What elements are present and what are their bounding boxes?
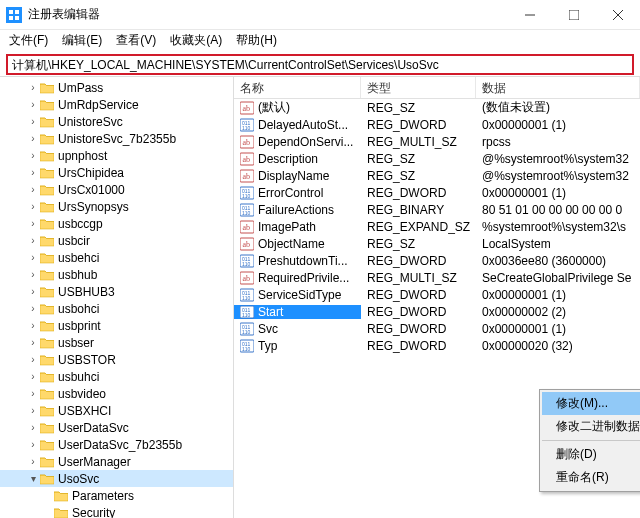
value-row[interactable]: 011110ServiceSidTypeREG_DWORD0x00000001 …	[234, 286, 640, 303]
folder-icon	[54, 490, 68, 502]
tree-item-USBSTOR[interactable]: ›USBSTOR	[0, 351, 233, 368]
tree-item-UrsCx01000[interactable]: ›UrsCx01000	[0, 181, 233, 198]
tree-item-usbehci[interactable]: ›usbehci	[0, 249, 233, 266]
tree-item-usbcir[interactable]: ›usbcir	[0, 232, 233, 249]
maximize-button[interactable]	[552, 0, 596, 30]
tree-item-UnistoreSvc[interactable]: ›UnistoreSvc	[0, 113, 233, 130]
menu-file[interactable]: 文件(F)	[2, 30, 55, 51]
expander-closed-icon[interactable]: ›	[28, 371, 38, 382]
tree-item-usbhub[interactable]: ›usbhub	[0, 266, 233, 283]
expander-closed-icon[interactable]: ›	[28, 388, 38, 399]
expander-open-icon[interactable]: ▾	[28, 473, 38, 484]
ctx-rename[interactable]: 重命名(R)	[542, 466, 640, 489]
expander-closed-icon[interactable]: ›	[28, 405, 38, 416]
tree-item-usbuhci[interactable]: ›usbuhci	[0, 368, 233, 385]
tree-item-UserManager[interactable]: ›UserManager	[0, 453, 233, 470]
menu-help[interactable]: 帮助(H)	[229, 30, 284, 51]
tree-item-UnistoreSvc_7b2355b[interactable]: ›UnistoreSvc_7b2355b	[0, 130, 233, 147]
tree-pane[interactable]: ›UmPass›UmRdpService›UnistoreSvc›Unistor…	[0, 77, 234, 518]
folder-icon	[40, 405, 54, 417]
minimize-button[interactable]	[508, 0, 552, 30]
value-data: LocalSystem	[476, 237, 640, 251]
tree-item-UmRdpService[interactable]: ›UmRdpService	[0, 96, 233, 113]
expander-closed-icon[interactable]: ›	[28, 252, 38, 263]
value-row[interactable]: abDependOnServi...REG_MULTI_SZrpcss	[234, 133, 640, 150]
menu-edit[interactable]: 编辑(E)	[55, 30, 109, 51]
expander-closed-icon[interactable]: ›	[28, 303, 38, 314]
tree-item-UserDataSvc_7b2355b[interactable]: ›UserDataSvc_7b2355b	[0, 436, 233, 453]
value-row[interactable]: 011110StartREG_DWORD0x00000002 (2)	[234, 303, 640, 320]
address-bar[interactable]: 计算机\HKEY_LOCAL_MACHINE\SYSTEM\CurrentCon…	[6, 54, 634, 75]
expander-closed-icon[interactable]: ›	[28, 354, 38, 365]
expander-closed-icon[interactable]: ›	[28, 184, 38, 195]
value-row[interactable]: abDisplayNameREG_SZ@%systemroot%\system3…	[234, 167, 640, 184]
folder-icon	[40, 269, 54, 281]
tree-item-UsoSvc[interactable]: ▾UsoSvc	[0, 470, 233, 487]
expander-closed-icon[interactable]: ›	[28, 269, 38, 280]
tree-item-usbohci[interactable]: ›usbohci	[0, 300, 233, 317]
expander-closed-icon[interactable]: ›	[28, 218, 38, 229]
column-type[interactable]: 类型	[361, 77, 476, 98]
tree-item-USBHUB3[interactable]: ›USBHUB3	[0, 283, 233, 300]
expander-closed-icon[interactable]: ›	[28, 337, 38, 348]
ctx-modify[interactable]: 修改(M)...	[542, 392, 640, 415]
menu-favorites[interactable]: 收藏夹(A)	[163, 30, 229, 51]
window-title: 注册表编辑器	[28, 6, 100, 23]
expander-closed-icon[interactable]: ›	[28, 167, 38, 178]
value-row[interactable]: 011110TypREG_DWORD0x00000020 (32)	[234, 337, 640, 354]
expander-closed-icon[interactable]: ›	[28, 286, 38, 297]
ctx-modify-bin[interactable]: 修改二进制数据(B)...	[542, 415, 640, 438]
tree-item-upnphost[interactable]: ›upnphost	[0, 147, 233, 164]
value-row[interactable]: ab(默认)REG_SZ(数值未设置)	[234, 99, 640, 116]
expander-closed-icon[interactable]: ›	[28, 320, 38, 331]
tree-item-Security[interactable]: Security	[0, 504, 233, 518]
tree-item-UmPass[interactable]: ›UmPass	[0, 79, 233, 96]
column-data[interactable]: 数据	[476, 77, 640, 98]
value-type: REG_DWORD	[361, 322, 476, 336]
value-row[interactable]: 011110FailureActionsREG_BINARY80 51 01 0…	[234, 201, 640, 218]
value-row[interactable]: 011110PreshutdownTi...REG_DWORD0x0036ee8…	[234, 252, 640, 269]
tree-item-label: USBSTOR	[58, 353, 116, 367]
tree-item-usbprint[interactable]: ›usbprint	[0, 317, 233, 334]
tree-item-usbser[interactable]: ›usbser	[0, 334, 233, 351]
expander-closed-icon[interactable]: ›	[28, 99, 38, 110]
tree-item-Parameters[interactable]: Parameters	[0, 487, 233, 504]
binary-value-icon: 011110	[240, 305, 254, 319]
folder-icon	[54, 507, 68, 519]
expander-closed-icon[interactable]: ›	[28, 235, 38, 246]
tree-item-UrsChipidea[interactable]: ›UrsChipidea	[0, 164, 233, 181]
tree-item-label: usbprint	[58, 319, 101, 333]
expander-closed-icon[interactable]: ›	[28, 82, 38, 93]
expander-closed-icon[interactable]: ›	[28, 116, 38, 127]
menu-view[interactable]: 查看(V)	[109, 30, 163, 51]
value-row[interactable]: 011110DelayedAutoSt...REG_DWORD0x0000000…	[234, 116, 640, 133]
expander-closed-icon[interactable]: ›	[28, 201, 38, 212]
tree-item-UserDataSvc[interactable]: ›UserDataSvc	[0, 419, 233, 436]
tree-item-usbccgp[interactable]: ›usbccgp	[0, 215, 233, 232]
expander-closed-icon[interactable]: ›	[28, 456, 38, 467]
expander-closed-icon[interactable]: ›	[28, 439, 38, 450]
expander-closed-icon[interactable]: ›	[28, 133, 38, 144]
value-row[interactable]: abObjectNameREG_SZLocalSystem	[234, 235, 640, 252]
expander-closed-icon[interactable]: ›	[28, 150, 38, 161]
value-row[interactable]: abDescriptionREG_SZ@%systemroot%\system3…	[234, 150, 640, 167]
tree-item-usbvideo[interactable]: ›usbvideo	[0, 385, 233, 402]
expander-closed-icon[interactable]: ›	[28, 422, 38, 433]
value-data: @%systemroot%\system32	[476, 169, 640, 183]
value-row[interactable]: abImagePathREG_EXPAND_SZ%systemroot%\sys…	[234, 218, 640, 235]
column-name[interactable]: 名称	[234, 77, 361, 98]
value-row[interactable]: 011110ErrorControlREG_DWORD0x00000001 (1…	[234, 184, 640, 201]
tree-item-label: usbuhci	[58, 370, 99, 384]
ctx-delete[interactable]: 删除(D)	[542, 443, 640, 466]
tree-item-UrsSynopsys[interactable]: ›UrsSynopsys	[0, 198, 233, 215]
list-header: 名称 类型 数据	[234, 77, 640, 99]
titlebar: 注册表编辑器	[0, 0, 640, 30]
app-icon	[6, 7, 22, 23]
value-row[interactable]: abRequiredPrivile...REG_MULTI_SZSeCreate…	[234, 269, 640, 286]
string-value-icon: ab	[240, 220, 254, 234]
value-data: %systemroot%\system32\s	[476, 220, 640, 234]
value-row[interactable]: 011110SvcREG_DWORD0x00000001 (1)	[234, 320, 640, 337]
tree-item-USBXHCI[interactable]: ›USBXHCI	[0, 402, 233, 419]
tree-item-label: UnistoreSvc_7b2355b	[58, 132, 176, 146]
close-button[interactable]	[596, 0, 640, 30]
